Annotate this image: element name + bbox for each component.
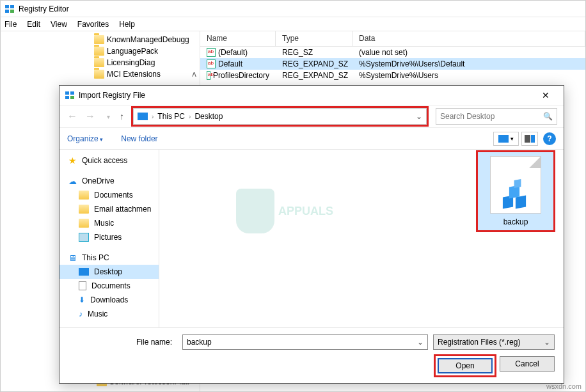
svg-rect-1 xyxy=(10,5,14,8)
regedit-icon xyxy=(65,90,75,100)
filename-value: backup xyxy=(187,338,212,347)
breadcrumb-desktop[interactable]: Desktop xyxy=(194,112,223,121)
svg-rect-9 xyxy=(531,135,535,143)
nav-onedrive-documents[interactable]: Documents xyxy=(59,188,159,202)
header-name[interactable]: Name xyxy=(200,31,276,46)
regedit-titlebar[interactable]: Registry Editor xyxy=(1,1,585,17)
newfolder-button[interactable]: New folder xyxy=(121,134,157,143)
nav-desktop[interactable]: Desktop xyxy=(59,265,159,279)
dialog-title: Import Registry File xyxy=(79,91,533,100)
close-button[interactable]: ✕ xyxy=(533,90,558,100)
chevron-right-icon[interactable]: › xyxy=(189,113,191,120)
header-type[interactable]: Type xyxy=(276,31,352,46)
regedit-icon xyxy=(4,4,15,14)
nav-documents[interactable]: Documents xyxy=(59,279,159,293)
filename-dropdown-icon[interactable]: ⌄ xyxy=(417,338,424,347)
music-icon: ♪ xyxy=(79,310,83,318)
nav-forward-icon[interactable]: → xyxy=(84,111,97,122)
folder-icon xyxy=(94,58,104,67)
file-backup[interactable]: backup xyxy=(478,152,553,230)
menu-file[interactable]: File xyxy=(4,20,17,29)
tree-item[interactable]: MCI Extensions xyxy=(1,68,200,80)
svg-rect-5 xyxy=(70,91,74,95)
import-dialog: Import Registry File ✕ ← → ▾ ↑ › This PC… xyxy=(59,85,564,384)
search-input[interactable]: Search Desktop 🔍 xyxy=(436,108,557,125)
search-placeholder: Search Desktop xyxy=(440,112,495,121)
watermark: APPUALS xyxy=(236,185,415,237)
regedit-menubar: File Edit View Favorites Help xyxy=(1,17,585,31)
breadcrumb-thispc[interactable]: This PC xyxy=(157,112,185,121)
folder-icon xyxy=(94,70,104,79)
organize-button[interactable]: Organize xyxy=(67,134,103,143)
regedit-title: Registry Editor xyxy=(19,4,69,13)
svg-rect-2 xyxy=(5,10,9,13)
cloud-icon: ☁ xyxy=(68,176,77,186)
dialog-titlebar[interactable]: Import Registry File ✕ xyxy=(59,86,564,105)
folder-icon xyxy=(79,219,89,228)
chevron-right-icon[interactable]: › xyxy=(152,113,154,120)
nav-thispc[interactable]: 🖥This PC xyxy=(59,251,159,265)
svg-rect-8 xyxy=(525,135,530,143)
nav-onedrive[interactable]: ☁OneDrive xyxy=(59,174,159,188)
nav-music[interactable]: ♪Music xyxy=(59,307,159,321)
cancel-button[interactable]: Cancel xyxy=(500,356,555,372)
folder-icon xyxy=(79,205,89,214)
open-button[interactable]: Open xyxy=(438,358,493,373)
menu-edit[interactable]: Edit xyxy=(27,20,40,29)
value-row[interactable]: ProfilesDirectory REG_EXPAND_SZ %SystemD… xyxy=(200,70,585,81)
tree-scroll-up-icon[interactable]: ʌ xyxy=(189,65,198,84)
menu-favorites[interactable]: Favorites xyxy=(77,20,109,29)
breadcrumb-bar[interactable]: › This PC › Desktop ⌄ xyxy=(133,108,427,125)
value-row[interactable]: (Default) REG_SZ (value not set) xyxy=(200,47,585,58)
string-value-icon xyxy=(207,71,210,80)
navigation-pane[interactable]: ★Quick access ☁OneDrive Documents Email … xyxy=(59,150,159,327)
regfile-icon xyxy=(490,156,541,214)
filetype-filter[interactable]: Registration Files (*.reg) ⌄ xyxy=(433,334,555,350)
folder-icon xyxy=(94,47,104,56)
file-label: backup xyxy=(482,217,550,226)
menu-view[interactable]: View xyxy=(51,20,67,29)
tree-item[interactable]: LanguagePack xyxy=(1,45,200,57)
nav-onedrive-pictures[interactable]: Pictures xyxy=(59,230,159,244)
monitor-icon xyxy=(138,113,148,120)
nav-onedrive-email[interactable]: Email attachmen xyxy=(59,202,159,216)
filter-dropdown-icon[interactable]: ⌄ xyxy=(544,338,550,347)
svg-rect-3 xyxy=(10,10,14,13)
folder-icon xyxy=(94,35,104,44)
header-data[interactable]: Data xyxy=(352,31,585,46)
value-row-selected[interactable]: Default REG_EXPAND_SZ %SystemDrive%\User… xyxy=(200,58,585,70)
file-list-area[interactable]: APPUALS backup xyxy=(159,150,564,327)
string-value-icon xyxy=(207,59,216,68)
folder-icon xyxy=(79,191,89,200)
desktop-icon xyxy=(79,268,89,276)
pictures-icon xyxy=(79,233,89,242)
list-header[interactable]: Name Type Data xyxy=(200,31,585,47)
filename-label: File name: xyxy=(68,338,177,347)
document-icon xyxy=(79,281,86,290)
breadcrumb-dropdown-icon[interactable]: ⌄ xyxy=(416,112,422,121)
svg-rect-6 xyxy=(65,96,69,99)
dialog-bottom: File name: backup ⌄ Registration Files (… xyxy=(59,327,564,383)
tree-item[interactable]: LicensingDiag xyxy=(1,57,200,68)
download-icon: ⬇ xyxy=(79,295,85,304)
nav-recent-icon[interactable]: ▾ xyxy=(102,113,115,120)
help-button[interactable]: ? xyxy=(543,132,556,145)
nav-quick-access[interactable]: ★Quick access xyxy=(59,153,159,168)
string-value-icon xyxy=(207,48,216,57)
svg-rect-7 xyxy=(70,96,74,99)
svg-rect-0 xyxy=(5,5,9,8)
nav-onedrive-music[interactable]: Music xyxy=(59,216,159,230)
preview-pane-button[interactable] xyxy=(521,132,538,146)
view-icon xyxy=(498,135,509,143)
monitor-icon: 🖥 xyxy=(68,253,77,263)
tree-item[interactable]: KnownManagedDebugg xyxy=(1,34,200,45)
dialog-toolbar: Organize New folder ▾ ? xyxy=(59,128,564,150)
view-mode-button[interactable]: ▾ xyxy=(493,132,519,146)
search-icon[interactable]: 🔍 xyxy=(543,112,553,121)
nav-downloads[interactable]: ⬇Downloads xyxy=(59,293,159,307)
filename-input[interactable]: backup ⌄ xyxy=(182,334,428,350)
nav-back-icon[interactable]: ← xyxy=(66,111,79,122)
dialog-navbar: ← → ▾ ↑ › This PC › Desktop ⌄ Search Des… xyxy=(59,105,564,128)
nav-up-icon[interactable]: ↑ xyxy=(120,111,124,122)
menu-help[interactable]: Help xyxy=(119,20,135,29)
